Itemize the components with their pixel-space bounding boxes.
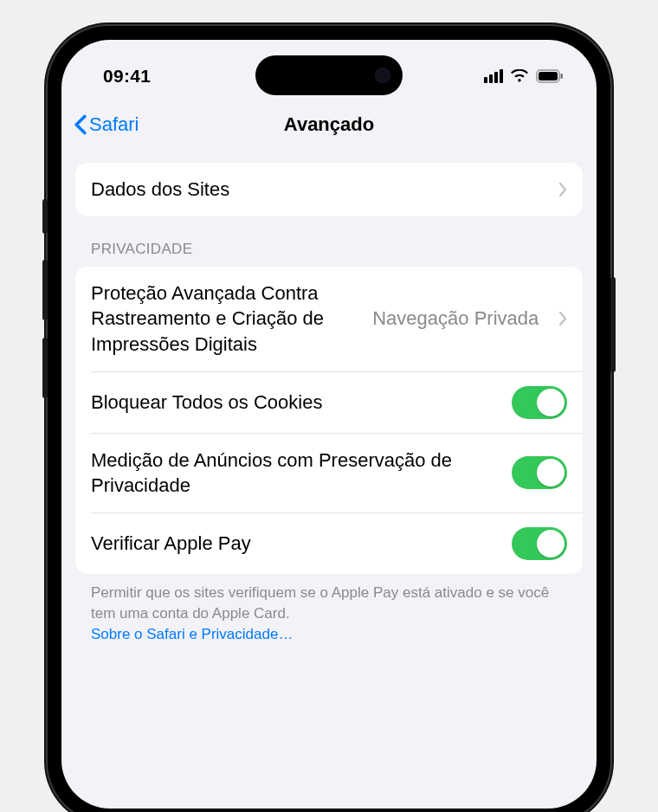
ad-measurement-label: Medição de Anúncios com Preservação de P…	[91, 448, 501, 499]
svg-rect-1	[539, 72, 558, 81]
group-website-data: Dados dos Sites	[75, 163, 583, 216]
page-title: Avançado	[284, 113, 374, 136]
svg-rect-2	[561, 74, 564, 79]
privacy-header: Privacidade	[75, 241, 583, 267]
back-label: Safari	[89, 113, 139, 136]
front-camera	[375, 68, 390, 83]
tracking-protection-row[interactable]: Proteção Avançada Contra Rastreamento e …	[75, 267, 583, 371]
ad-measurement-row: Medição de Anúncios com Preservação de P…	[91, 433, 583, 512]
website-data-row[interactable]: Dados dos Sites	[75, 163, 583, 216]
chevron-left-icon	[74, 114, 87, 135]
apple-pay-row: Verificar Apple Pay	[91, 512, 583, 574]
power-button	[610, 277, 616, 372]
nav-bar: Safari Avançado	[61, 100, 597, 149]
back-button[interactable]: Safari	[74, 113, 139, 136]
privacy-footer-link[interactable]: Sobre o Safari e Privacidade…	[91, 626, 293, 642]
phone-frame: 09:41 Safari	[48, 26, 610, 812]
block-cookies-toggle[interactable]	[512, 386, 567, 419]
volume-down-button	[42, 338, 48, 398]
group-privacy: Privacidade Proteção Avançada Contra Ras…	[75, 241, 583, 645]
ad-measurement-toggle[interactable]	[512, 456, 567, 489]
tracking-protection-label: Proteção Avançada Contra Rastreamento e …	[91, 280, 353, 358]
website-data-label: Dados dos Sites	[91, 177, 548, 203]
status-time: 09:41	[103, 66, 151, 87]
chevron-right-icon	[558, 182, 567, 197]
apple-pay-label: Verificar Apple Pay	[91, 531, 501, 557]
volume-up-button	[42, 260, 48, 320]
privacy-footer: Permitir que os sites verifiquem se o Ap…	[75, 574, 583, 644]
dynamic-island	[255, 55, 403, 95]
side-button	[42, 199, 48, 234]
wifi-icon	[510, 69, 529, 83]
apple-pay-toggle[interactable]	[512, 527, 567, 560]
battery-icon	[536, 69, 564, 83]
content: Dados dos Sites Privacidade Proteção Ava…	[61, 149, 597, 683]
screen: 09:41 Safari	[61, 40, 597, 809]
chevron-right-icon	[558, 311, 567, 326]
cellular-signal-icon	[484, 69, 503, 83]
privacy-footer-text: Permitir que os sites verifiquem se o Ap…	[91, 584, 549, 622]
block-cookies-row: Bloquear Todos os Cookies	[91, 371, 583, 433]
tracking-protection-value: Navegação Privada	[372, 306, 539, 332]
block-cookies-label: Bloquear Todos os Cookies	[91, 390, 501, 416]
